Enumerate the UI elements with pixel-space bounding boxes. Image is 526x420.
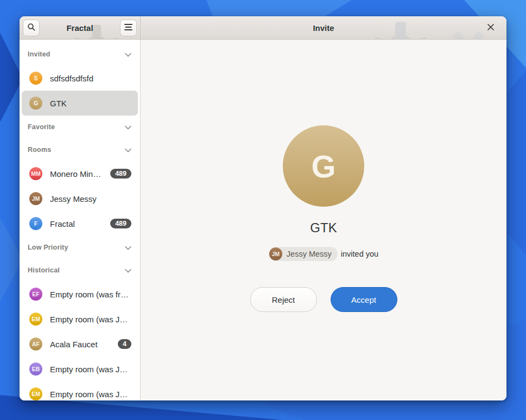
room-name: Empty room (was Jes… <box>50 365 131 374</box>
sidebar-section-header[interactable]: Invited <box>20 43 140 66</box>
room-avatar-initial: G <box>311 148 335 184</box>
room-list[interactable]: Invited S sdfsdfsdfsfd G GTK Favorite Ro… <box>20 40 141 400</box>
room-name: sdfsdfsdfsfd <box>50 74 131 83</box>
room-list-item[interactable]: EF Empty room (was frac… <box>22 282 138 307</box>
room-list-item[interactable]: MM Monero Mining 489 <box>22 161 138 186</box>
room-list-item[interactable]: S sdfsdfsdfsfd <box>22 66 138 91</box>
close-button[interactable] <box>484 21 498 35</box>
room-avatar-small: EB <box>29 362 42 376</box>
chevron-down-icon <box>125 49 131 59</box>
gear-watermark-icon <box>371 21 430 40</box>
hamburger-menu-icon <box>124 24 132 32</box>
sidebar-section-header[interactable]: Rooms <box>20 138 140 161</box>
invite-pane: G GTK JM Jessy Messy invited you Reject … <box>141 40 506 400</box>
invite-actions: Reject Accept <box>250 287 397 312</box>
inviter-avatar-initials: JM <box>272 251 280 257</box>
invite-title: Invite <box>313 23 334 33</box>
room-list-item[interactable]: G GTK <box>22 91 138 116</box>
chevron-down-icon <box>125 145 131 155</box>
room-avatar-small: EM <box>29 313 42 326</box>
search-button[interactable] <box>23 20 40 36</box>
room-avatar-small: EF <box>29 288 42 301</box>
room-name: Acala Faucet <box>50 340 110 349</box>
room-avatar: G <box>283 125 364 207</box>
room-name: Jessy Messy <box>50 194 131 203</box>
inviter-pill[interactable]: JM Jessy Messy <box>269 247 338 261</box>
room-list-item[interactable]: F Fractal 489 <box>22 211 138 236</box>
sidebar-section-label: Historical <box>28 266 60 274</box>
sidebar-headerbar: Fractal <box>20 16 141 40</box>
room-avatar-small: JM <box>29 192 42 205</box>
unread-count-badge: 4 <box>118 339 131 349</box>
unread-count-badge: 489 <box>110 169 131 179</box>
room-list-item[interactable]: EB Empty room (was Jes… <box>22 357 138 381</box>
invited-you-text: invited you <box>341 250 378 258</box>
menu-button[interactable] <box>120 20 137 36</box>
sidebar-section-label: Rooms <box>28 146 51 154</box>
sidebar-section-header[interactable]: Favorite <box>20 116 140 138</box>
room-list-item[interactable]: JM Jessy Messy <box>22 186 138 211</box>
unread-count-badge: 489 <box>110 219 131 228</box>
sidebar-section-header[interactable]: Historical <box>20 259 140 282</box>
inviter-avatar: JM <box>269 247 282 260</box>
room-title: GTK <box>310 220 337 236</box>
inviter-name: Jessy Messy <box>287 250 332 258</box>
room-list-item[interactable]: EM Empty room (was Jes… <box>22 307 138 332</box>
accept-button[interactable]: Accept <box>331 287 397 312</box>
search-icon <box>27 23 36 33</box>
room-avatar-small: EM <box>29 387 42 400</box>
room-avatar-small: AF <box>29 338 42 351</box>
inviter-row: JM Jessy Messy invited you <box>269 247 378 261</box>
room-name: Monero Mining <box>50 169 103 179</box>
invite-headerbar: Invite <box>141 16 506 40</box>
sidebar-section-label: Low Priority <box>28 244 68 251</box>
chevron-down-icon <box>125 265 131 275</box>
room-avatar-small: F <box>29 217 42 230</box>
room-avatar-small: MM <box>29 167 42 180</box>
fractal-window: Fractal <box>20 16 506 400</box>
close-icon <box>487 24 494 32</box>
chevron-down-icon <box>125 122 131 132</box>
sidebar-section-label: Favorite <box>28 123 55 131</box>
room-avatar-small: S <box>29 72 42 85</box>
room-name: Empty room (was Jes… <box>50 390 131 399</box>
room-avatar-small: G <box>29 97 42 110</box>
room-list-item[interactable]: AF Acala Faucet 4 <box>22 332 138 357</box>
sidebar-section-label: Invited <box>28 50 50 58</box>
room-name: Empty room (was frac… <box>50 290 131 299</box>
room-name: GTK <box>50 99 131 108</box>
sidebar-section-header[interactable]: Low Priority <box>20 236 140 259</box>
reject-button[interactable]: Reject <box>250 287 317 312</box>
room-name: Fractal <box>50 219 103 228</box>
room-list-item[interactable]: EM Empty room (was Jes… <box>22 381 138 400</box>
room-name: Empty room (was Jes… <box>50 315 131 324</box>
app-title: Fractal <box>66 23 93 33</box>
chevron-down-icon <box>125 243 131 252</box>
